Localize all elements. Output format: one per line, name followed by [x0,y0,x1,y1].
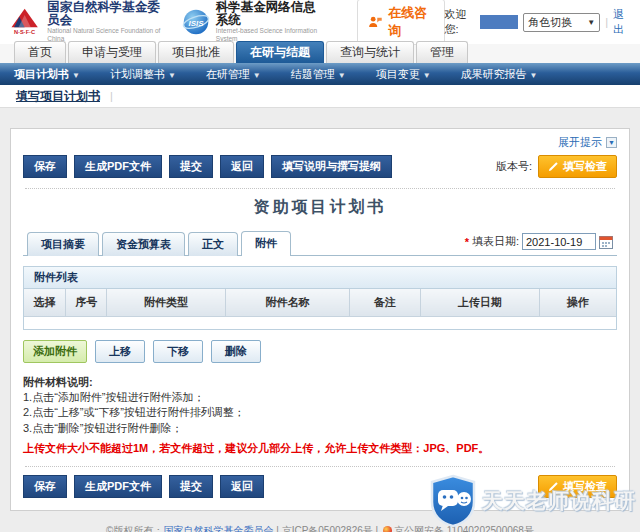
chevron-down-icon: ▼ [587,18,595,27]
tab-project-summary[interactable]: 项目摘要 [27,232,99,256]
save-button[interactable]: 保存 [23,155,67,178]
form-tabs: 项目摘要 资金预算表 正文 附件 * 填表日期: [23,230,617,256]
col-remark: 备注 [350,289,421,317]
watermark-text: 天天老师说科研 [482,487,636,515]
chevron-down-icon: ▼ [530,71,538,80]
delete-button[interactable]: 删除 [211,340,261,363]
pencil-icon [548,161,559,172]
subnav-inresearch-manage[interactable]: 在研管理▼ [206,67,261,82]
attachment-notes: 附件材料说明: 1.点击“添加附件”按钮进行附件添加； 2.点击“上移”或“下移… [23,375,617,437]
online-consult-button[interactable]: 在线咨询 [357,0,444,45]
tab-main-text[interactable]: 正文 [188,232,238,256]
svg-text:ISIS: ISIS [188,19,204,28]
logout-link[interactable]: 退出 [613,7,632,37]
guide-button[interactable]: 填写说明与撰写提纲 [271,155,392,178]
move-down-button[interactable]: 下移 [153,340,203,363]
shield-chat-icon [428,474,478,528]
divider: | [605,16,608,28]
icp-number: 京ICP备05002826号 [282,525,373,532]
note-line-1: 1.点击“添加附件”按钮进行附件添加； [23,390,617,405]
col-name: 附件名称 [225,289,349,317]
generate-pdf-button[interactable]: 生成PDF文件 [74,155,162,178]
divider: | [110,90,113,102]
isis-logo-group: ISIS 科学基金网络信息系统 Internet-based Science I… [182,1,326,43]
tab-budget-table[interactable]: 资金预算表 [102,232,185,256]
svg-text:N·S·F·C: N·S·F·C [14,29,35,35]
breadcrumb[interactable]: 填写项目计划书 [16,88,100,105]
calendar-icon[interactable] [599,235,613,249]
attachment-list-title: 附件列表 [24,267,616,289]
submit-button-bottom[interactable]: 提交 [169,475,213,498]
divider [25,188,615,189]
isis-logo-icon: ISIS [182,6,210,38]
fill-date-input[interactable] [522,233,596,250]
col-select: 选择 [24,289,65,317]
col-upload-date: 上传日期 [421,289,539,317]
user-name-redacted [480,15,518,29]
col-operation: 操作 [539,289,616,317]
version-label: 版本号: [496,159,532,174]
attachment-table: 选择 序号 附件类型 附件名称 备注 上传日期 操作 [24,289,616,329]
consult-person-icon [368,14,383,31]
fill-date-group: * 填表日期: [465,233,613,255]
expand-tips-icon[interactable]: ▼ [606,137,617,148]
top-header: N·S·F·C 国家自然科学基金委员会 National Natural Sci… [0,0,640,44]
role-switch-select[interactable]: 角色切换 ▼ [523,13,600,32]
subnav-project-change[interactable]: 项目变更▼ [376,67,431,82]
main-panel: 展开提示 ▼ 保存 生成PDF文件 提交 返回 填写说明与撰写提纲 版本号: 填… [10,128,630,511]
police-badge-icon [383,526,392,532]
nsfc-logo-group: N·S·F·C 国家自然科学基金委员会 National Natural Sci… [8,1,168,43]
chevron-down-icon: ▼ [253,71,261,80]
note-line-3: 3.点击“删除”按钮进行附件删除； [23,421,617,436]
nsfc-footer-link[interactable]: 国家自然科学基金委员会 [163,525,273,532]
chevron-down-icon: ▼ [168,71,176,80]
chevron-down-icon: ▼ [423,71,431,80]
submit-button[interactable]: 提交 [169,155,213,178]
attachment-table-header: 选择 序号 附件类型 附件名称 备注 上传日期 操作 [24,289,616,317]
note-line-2: 2.点击“上移”或“下移”按钮进行附件排列调整； [23,405,617,420]
chevron-down-icon: ▼ [72,71,80,80]
save-button-bottom[interactable]: 保存 [23,475,67,498]
subnav-completion-manage[interactable]: 结题管理▼ [291,67,346,82]
breadcrumb-row: 填写项目计划书 | [0,85,640,108]
nav-tab-home[interactable]: 首页 [14,41,66,63]
nav-tab-approval[interactable]: 项目批准 [158,41,234,63]
move-up-button[interactable]: 上移 [95,340,145,363]
tips-row: 展开提示 ▼ [23,135,617,150]
user-area: 欢迎您: 角色切换 ▼ | 退出 [445,7,632,37]
consult-label: 在线咨询 [388,4,433,40]
fill-check-button[interactable]: 填写检查 [538,155,617,178]
main-nav: 首页 申请与受理 项目批准 在研与结题 查询与统计 管理 [0,44,640,63]
col-type: 附件类型 [107,289,225,317]
tab-attachments[interactable]: 附件 [241,231,291,256]
role-switch-label: 角色切换 [528,15,572,30]
col-index: 序号 [65,289,106,317]
subnav-project-plan[interactable]: 项目计划书▼ [14,67,80,82]
empty-row [24,317,616,329]
subnav-achievement-report[interactable]: 成果研究报告▼ [461,67,538,82]
attachment-list-box: 附件列表 选择 序号 附件类型 附件名称 备注 上传日期 操作 [23,266,617,330]
expand-tips-link[interactable]: 展开提示 [558,135,602,150]
nav-tab-query[interactable]: 查询与统计 [326,41,414,63]
nsfc-title: 国家自然科学基金委员会 [47,1,168,27]
top-toolbar: 保存 生成PDF文件 提交 返回 填写说明与撰写提纲 版本号: 填写检查 [23,155,617,178]
fill-date-label: 填表日期: [472,234,519,249]
watermark: 天天老师说科研 [428,474,636,528]
upload-warning: 上传文件大小不能超过1M，若文件超过，建议分几部分上传，允许上传文件类型：JPG… [23,441,617,456]
sub-nav: 项目计划书▼ 计划调整书▼ 在研管理▼ 结题管理▼ 项目变更▼ 成果研究报告▼ [0,63,640,85]
nav-tab-manage[interactable]: 管理 [416,41,468,63]
nsfc-logo-icon: N·S·F·C [8,6,41,38]
back-button[interactable]: 返回 [220,155,264,178]
form-title: 资助项目计划书 [23,197,617,218]
nav-tab-application[interactable]: 申请与受理 [68,41,156,63]
attachment-buttons: 添加附件 上移 下移 删除 [23,340,617,363]
required-mark: * [465,236,469,248]
chevron-down-icon: ▼ [338,71,346,80]
isis-title: 科学基金网络信息系统 [216,1,326,27]
back-button-bottom[interactable]: 返回 [220,475,264,498]
nav-tab-inresearch[interactable]: 在研与结题 [236,41,324,63]
add-attachment-button[interactable]: 添加附件 [23,340,87,363]
generate-pdf-button-bottom[interactable]: 生成PDF文件 [74,475,162,498]
notes-title: 附件材料说明: [23,375,617,390]
subnav-plan-adjust[interactable]: 计划调整书▼ [110,67,176,82]
